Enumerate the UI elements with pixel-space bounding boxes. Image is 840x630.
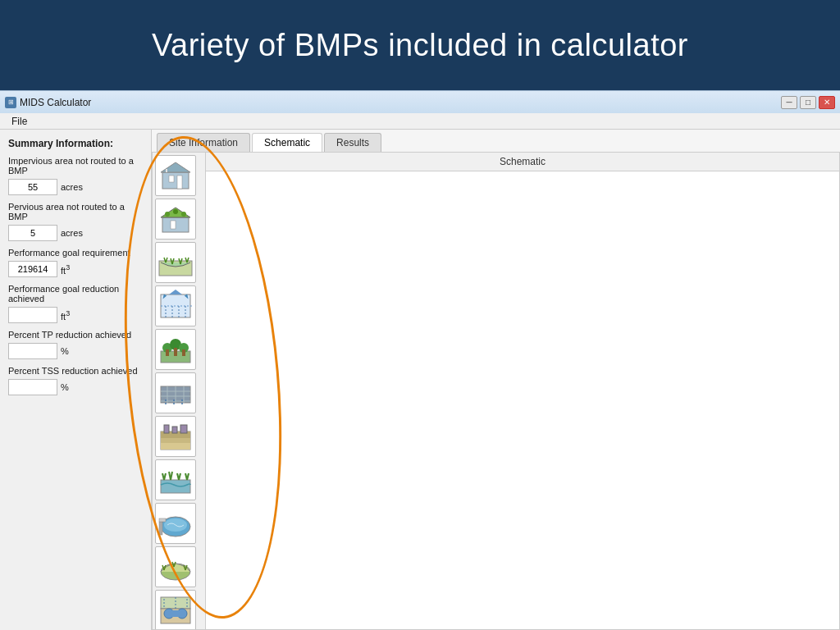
- bmp-button-10[interactable]: [155, 546, 196, 587]
- bmp-scroll-area[interactable]: Other: [153, 153, 205, 629]
- perf-reduction-unit: ft3: [61, 309, 70, 322]
- svg-rect-44: [180, 425, 187, 433]
- tp-reduction-input[interactable]: [8, 343, 57, 359]
- close-button[interactable]: ✕: [819, 96, 835, 109]
- bmp-button-3[interactable]: [155, 242, 196, 283]
- impervious-input[interactable]: [8, 179, 57, 195]
- svg-rect-65: [161, 597, 190, 609]
- minimize-button[interactable]: ─: [781, 96, 797, 109]
- svg-point-9: [181, 212, 186, 217]
- pervious-unit: acres: [61, 228, 83, 238]
- svg-rect-41: [161, 443, 190, 450]
- bmp-icon-10: [158, 549, 194, 585]
- tabs-bar: Site Information Schematic Results: [152, 130, 840, 153]
- svg-rect-42: [164, 425, 169, 433]
- svg-line-49: [171, 472, 172, 480]
- bmp-button-11[interactable]: [155, 590, 196, 629]
- menu-bar: File: [0, 113, 840, 130]
- bmp-icon-3: [158, 244, 194, 281]
- window-chrome: ⊞ MIDS Calculator ─ □ ✕: [0, 90, 840, 113]
- bmp-button-8[interactable]: [155, 459, 196, 500]
- svg-rect-2: [169, 176, 174, 182]
- svg-marker-21: [169, 290, 182, 294]
- window-title: MIDS Calculator: [20, 97, 91, 108]
- tab-results[interactable]: Results: [324, 133, 381, 152]
- svg-line-47: [164, 473, 166, 480]
- bmp-button-1[interactable]: [155, 155, 196, 196]
- svg-rect-28: [174, 348, 177, 356]
- impervious-label: Impervious area not routed to a BMP: [8, 156, 143, 176]
- bmp-button-4[interactable]: [155, 285, 196, 326]
- bmp-icon-1: [158, 158, 194, 194]
- svg-rect-57: [159, 518, 166, 522]
- impervious-input-row: acres: [8, 179, 143, 195]
- bmp-button-6[interactable]: [155, 372, 196, 413]
- perf-goal-unit: ft3: [61, 263, 70, 276]
- bmp-icon-6: [158, 375, 194, 411]
- tab-site-information[interactable]: Site Information: [157, 133, 250, 152]
- svg-rect-56: [159, 522, 162, 535]
- schematic-area: Schematic: [206, 153, 839, 629]
- svg-rect-69: [172, 610, 179, 617]
- tab-content: Other Schematic: [152, 153, 840, 630]
- tp-reduction-unit: %: [61, 346, 69, 356]
- perf-reduction-label: Performance goal reduction achieved: [8, 284, 143, 304]
- tp-reduction-input-row: %: [8, 343, 143, 359]
- window-controls: ─ □ ✕: [781, 96, 835, 109]
- tss-reduction-input[interactable]: [8, 379, 57, 395]
- bmp-icon-7: [158, 418, 194, 454]
- perf-reduction-input[interactable]: [8, 307, 57, 323]
- perf-goal-label: Performance goal requirement: [8, 248, 143, 258]
- tss-reduction-input-row: %: [8, 379, 143, 395]
- bmp-button-2[interactable]: [155, 199, 196, 240]
- window-title-bar: ⊞ MIDS Calculator: [5, 97, 781, 108]
- schematic-canvas[interactable]: [206, 171, 839, 629]
- app-icon: ⊞: [5, 97, 16, 108]
- svg-rect-4: [166, 169, 167, 172]
- pervious-input-row: acres: [8, 225, 143, 241]
- svg-rect-45: [161, 480, 190, 493]
- svg-line-51: [179, 473, 180, 480]
- bmp-list-panel: Other: [153, 153, 206, 629]
- svg-point-7: [165, 212, 170, 217]
- svg-rect-29: [166, 349, 169, 356]
- maximize-button[interactable]: □: [800, 96, 816, 109]
- summary-panel: Summary Information: Impervious area not…: [0, 130, 152, 630]
- bmp-icon-11: [158, 592, 194, 628]
- svg-rect-43: [172, 427, 177, 433]
- page-title: Variety of BMPs included in calculator: [152, 28, 688, 63]
- tab-schematic[interactable]: Schematic: [252, 133, 322, 152]
- perf-goal-input[interactable]: [8, 261, 57, 277]
- bmp-icon-4: [158, 288, 194, 324]
- bmp-icon-2: [158, 201, 194, 237]
- schematic-header: Schematic: [206, 153, 839, 171]
- bmp-icon-9: [158, 505, 194, 541]
- perf-reduction-input-row: ft3: [8, 307, 143, 323]
- impervious-unit: acres: [61, 182, 83, 192]
- page-header: Variety of BMPs included in calculator: [0, 0, 840, 90]
- bmp-button-7[interactable]: [155, 416, 196, 457]
- perf-goal-input-row: ft3: [8, 261, 143, 277]
- bmp-button-9[interactable]: [155, 503, 196, 544]
- menu-file[interactable]: File: [5, 114, 34, 129]
- svg-rect-3: [177, 176, 182, 189]
- tss-reduction-label: Percent TSS reduction achieved: [8, 366, 143, 376]
- pervious-label: Pervious area not routed to a BMP: [8, 202, 143, 221]
- app-content: Summary Information: Impervious area not…: [0, 130, 840, 630]
- bmp-button-5[interactable]: [155, 329, 196, 370]
- bmp-icon-8: [158, 462, 194, 498]
- bmp-icon-5: [158, 331, 194, 368]
- tss-reduction-unit: %: [61, 382, 69, 392]
- svg-rect-40: [161, 438, 190, 443]
- pervious-input[interactable]: [8, 225, 57, 241]
- svg-line-53: [187, 473, 189, 480]
- right-panel: Site Information Schematic Results: [152, 130, 840, 630]
- svg-rect-30: [182, 349, 185, 356]
- svg-rect-0: [162, 172, 189, 189]
- svg-point-8: [173, 209, 178, 214]
- tp-reduction-label: Percent TP reduction achieved: [8, 330, 143, 340]
- svg-marker-1: [161, 162, 190, 172]
- svg-rect-10: [171, 221, 176, 229]
- summary-title: Summary Information:: [8, 138, 143, 149]
